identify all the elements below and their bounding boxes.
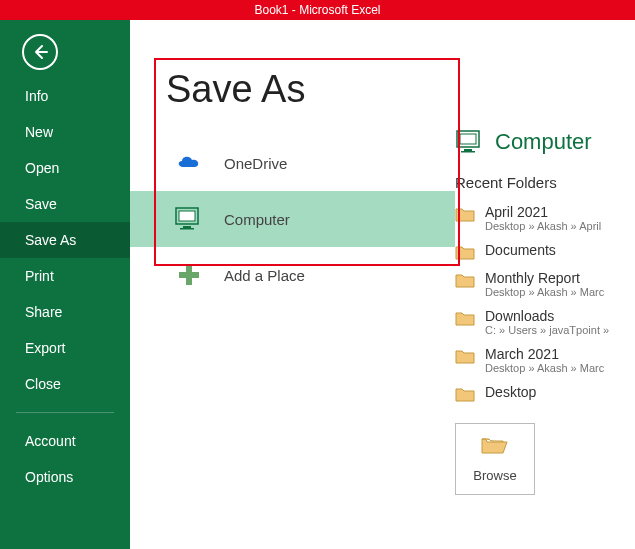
svg-rect-7 xyxy=(460,134,476,144)
location-computer[interactable]: Computer xyxy=(130,191,455,247)
svg-rect-5 xyxy=(179,272,199,278)
folder-icon xyxy=(455,310,475,326)
folder-name: Desktop xyxy=(485,384,536,400)
folder-name: Monthly Report xyxy=(485,270,604,286)
folder-path: Desktop » Akash » April xyxy=(485,220,601,232)
folder-name: March 2021 xyxy=(485,346,604,362)
onedrive-icon xyxy=(174,148,204,178)
nav-item-options[interactable]: Options xyxy=(0,459,130,495)
recent-folder-item[interactable]: DownloadsC: » Users » javaTpoint » xyxy=(455,303,635,341)
nav-item-save-as[interactable]: Save As xyxy=(0,222,130,258)
folder-name: Downloads xyxy=(485,308,609,324)
folder-path: Desktop » Akash » Marc xyxy=(485,286,604,298)
svg-rect-9 xyxy=(461,151,475,153)
folder-name: April 2021 xyxy=(485,204,601,220)
main-area: InfoNewOpenSaveSave AsPrintShareExportCl… xyxy=(0,20,635,549)
computer-icon xyxy=(174,204,204,234)
folder-path: C: » Users » javaTpoint » xyxy=(485,324,609,336)
browse-button[interactable]: Browse xyxy=(455,423,535,495)
nav-item-info[interactable]: Info xyxy=(0,78,130,114)
folder-path: Desktop » Akash » Marc xyxy=(485,362,604,374)
location-onedrive[interactable]: OneDrive xyxy=(130,135,455,191)
location-label: Computer xyxy=(224,211,290,228)
title-bar: Book1 - Microsoft Excel xyxy=(0,0,635,20)
recent-folder-item[interactable]: March 2021Desktop » Akash » Marc xyxy=(455,341,635,379)
folder-icon xyxy=(455,244,475,260)
svg-rect-8 xyxy=(464,149,472,151)
page-title: Save As xyxy=(166,68,455,111)
location-label: OneDrive xyxy=(224,155,287,172)
recent-folder-item[interactable]: Desktop xyxy=(455,379,635,407)
nav-item-new[interactable]: New xyxy=(0,114,130,150)
recent-folders-label: Recent Folders xyxy=(455,174,635,191)
folder-icon xyxy=(455,272,475,288)
nav-item-export[interactable]: Export xyxy=(0,330,130,366)
svg-rect-1 xyxy=(179,211,195,221)
svg-rect-2 xyxy=(183,226,191,228)
plus-icon xyxy=(174,260,204,290)
folder-name: Documents xyxy=(485,242,556,258)
recent-folder-item[interactable]: Documents xyxy=(455,237,635,265)
nav-item-open[interactable]: Open xyxy=(0,150,130,186)
folder-icon xyxy=(455,386,475,402)
folder-icon xyxy=(455,348,475,364)
back-button[interactable] xyxy=(22,34,58,70)
content-pane: Save As OneDriveComputerAdd a Place Comp… xyxy=(130,20,635,549)
nav-item-close[interactable]: Close xyxy=(0,366,130,402)
recent-folder-item[interactable]: Monthly ReportDesktop » Akash » Marc xyxy=(455,265,635,303)
details-column: Computer Recent Folders April 2021Deskto… xyxy=(455,20,635,549)
svg-rect-3 xyxy=(180,228,194,230)
back-arrow-icon xyxy=(31,43,49,61)
browse-label: Browse xyxy=(473,468,516,483)
details-heading-text: Computer xyxy=(495,129,592,155)
backstage-sidebar: InfoNewOpenSaveSave AsPrintShareExportCl… xyxy=(0,20,130,549)
nav-item-save[interactable]: Save xyxy=(0,186,130,222)
computer-icon xyxy=(455,128,485,156)
recent-folder-item[interactable]: April 2021Desktop » Akash » April xyxy=(455,199,635,237)
nav-item-print[interactable]: Print xyxy=(0,258,130,294)
details-heading: Computer xyxy=(455,128,635,156)
folder-open-icon xyxy=(481,435,509,460)
location-label: Add a Place xyxy=(224,267,305,284)
location-add-a-place[interactable]: Add a Place xyxy=(130,247,455,303)
nav-item-share[interactable]: Share xyxy=(0,294,130,330)
locations-column: Save As OneDriveComputerAdd a Place xyxy=(130,20,455,549)
nav-item-account[interactable]: Account xyxy=(0,423,130,459)
folder-icon xyxy=(455,206,475,222)
nav-separator xyxy=(16,412,114,413)
